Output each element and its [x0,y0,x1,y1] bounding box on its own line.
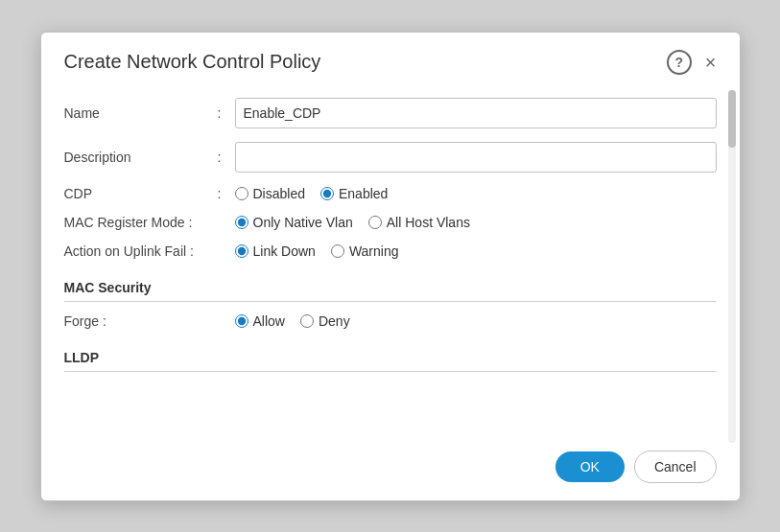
cdp-options: Disabled Enabled [235,186,717,201]
forge-allow-label: Allow [253,313,285,329]
mac-register-radio-group: Only Native Vlan All Host Vlans [235,215,717,230]
header-icons: ? × [667,50,721,75]
dialog-header: Create Network Control Policy ? × [41,33,740,88]
cdp-row: CDP : Disabled Enabled [64,186,717,201]
name-label: Name [64,105,218,121]
cdp-enabled-label: Enabled [339,186,388,201]
link-down-radio[interactable] [235,244,248,258]
scrollbar-thumb[interactable] [728,90,736,148]
cdp-disabled-radio[interactable] [235,187,248,200]
mac-all-host-vlans-option[interactable]: All Host Vlans [368,215,470,230]
cdp-disabled-label: Disabled [253,186,305,201]
mac-register-row: MAC Register Mode : Only Native Vlan All… [64,215,717,230]
name-row: Name : [64,98,717,128]
description-label: Description [64,150,218,165]
uplink-fail-row: Action on Uplink Fail : Link Down Warnin… [64,243,717,259]
scrollbar-track[interactable] [728,90,736,443]
forge-deny-radio[interactable] [300,314,314,328]
help-button[interactable]: ? [667,50,692,75]
name-colon: : [218,105,235,121]
link-down-label: Link Down [253,243,316,259]
description-field-wrapper [235,142,717,173]
cdp-radio-group: Disabled Enabled [235,186,717,201]
lldp-divider [64,371,717,372]
lldp-header: LLDP [64,342,717,371]
mac-security-header: MAC Security [64,272,717,301]
forge-row: Forge : Allow Deny [64,313,717,329]
ok-button[interactable]: OK [555,451,625,482]
cdp-enabled-radio[interactable] [320,187,334,200]
mac-native-vlan-option[interactable]: Only Native Vlan [235,215,353,230]
mac-all-host-vlans-label: All Host Vlans [387,215,470,230]
create-network-control-policy-dialog: Create Network Control Policy ? × Name :… [40,32,741,501]
forge-allow-radio[interactable] [235,314,248,328]
mac-register-options: Only Native Vlan All Host Vlans [235,215,717,230]
warning-label: Warning [349,243,399,259]
name-field-wrapper [235,98,717,128]
mac-all-host-vlans-radio[interactable] [368,216,382,229]
mac-register-label: MAC Register Mode : [64,215,218,230]
link-down-option[interactable]: Link Down [235,243,316,259]
cdp-enabled-option[interactable]: Enabled [320,186,388,201]
forge-deny-option[interactable]: Deny [300,313,350,329]
dialog-body: Name : Description : CDP : Disabled [41,88,740,439]
description-input[interactable] [235,142,717,173]
mac-native-vlan-label: Only Native Vlan [253,215,353,230]
uplink-fail-options: Link Down Warning [235,243,717,259]
forge-options: Allow Deny [235,313,717,329]
uplink-fail-label: Action on Uplink Fail : [64,243,218,259]
forge-deny-label: Deny [319,313,350,329]
description-row: Description : [64,142,717,173]
dialog-footer: OK Cancel [41,439,740,500]
mac-native-vlan-radio[interactable] [235,216,248,229]
forge-label: Forge : [64,313,218,329]
cdp-label: CDP [64,186,218,201]
cancel-button[interactable]: Cancel [634,451,717,483]
name-input[interactable] [235,98,717,128]
forge-allow-option[interactable]: Allow [235,313,285,329]
mac-security-divider [64,301,717,302]
description-colon: : [218,150,235,165]
close-button[interactable]: × [701,51,721,74]
forge-radio-group: Allow Deny [235,313,717,329]
uplink-fail-radio-group: Link Down Warning [235,243,717,259]
dialog-title: Create Network Control Policy [64,51,321,73]
cdp-disabled-option[interactable]: Disabled [235,186,305,201]
warning-option[interactable]: Warning [331,243,399,259]
cdp-colon: : [218,186,235,201]
warning-radio[interactable] [331,244,344,258]
